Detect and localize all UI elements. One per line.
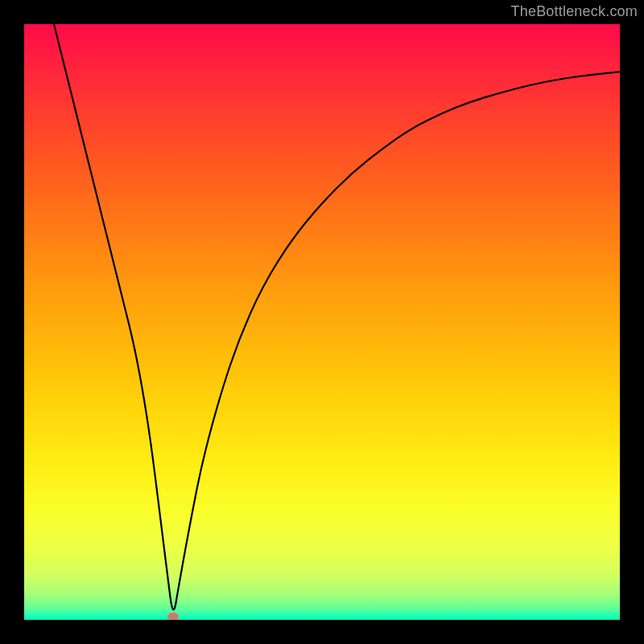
bottleneck-curve — [54, 24, 620, 609]
curve-layer — [24, 24, 620, 620]
optimum-point-marker — [167, 613, 179, 620]
chart-frame: TheBottleneck.com — [0, 0, 644, 644]
watermark-text: TheBottleneck.com — [511, 3, 638, 20]
